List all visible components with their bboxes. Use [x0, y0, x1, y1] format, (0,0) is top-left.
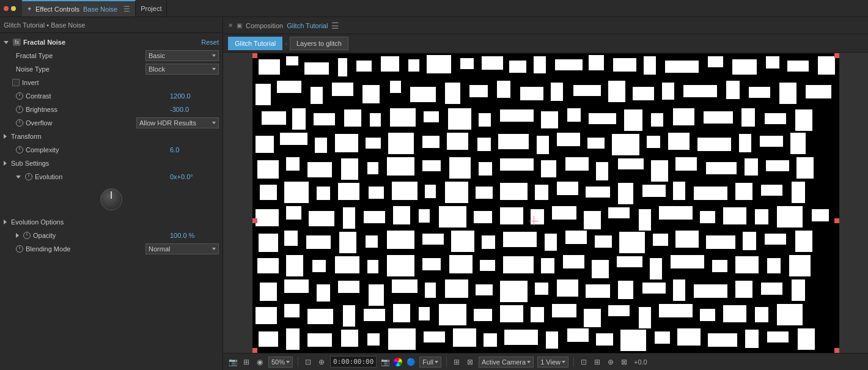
overflow-dropdown[interactable]: Allow HDR Results	[136, 117, 219, 128]
svg-rect-88	[367, 162, 378, 174]
sub-settings-chevron[interactable]	[4, 161, 7, 166]
brightness-stopwatch-icon[interactable]	[16, 106, 23, 113]
breadcrumb: Glitch Tutorial • Base Noise	[4, 21, 85, 29]
overflow-stopwatch-icon[interactable]	[16, 119, 23, 127]
transform-row[interactable]: Transform	[0, 130, 223, 143]
toolbar-sep-2	[446, 357, 447, 367]
comp-close-icon[interactable]: ✕	[228, 23, 233, 28]
svg-rect-151	[422, 234, 444, 245]
svg-rect-213	[474, 309, 492, 321]
minimize-button[interactable]	[11, 6, 16, 11]
svg-rect-87	[341, 158, 358, 180]
tab-glitch-tutorial[interactable]: Glitch Tutorial	[228, 37, 282, 50]
opacity-stopwatch-icon[interactable]	[23, 232, 31, 239]
fractal-type-dropdown[interactable]: Basic	[145, 50, 219, 61]
evolution-options-label: Evolution Options	[11, 218, 64, 226]
render-icon[interactable]: ⊡	[579, 357, 589, 367]
evolution-label: Evolution	[35, 173, 62, 180]
opacity-value[interactable]: 100.0 %	[170, 232, 219, 239]
blending-mode-row: Blending Mode Normal	[0, 242, 223, 256]
svg-rect-188	[338, 281, 359, 293]
timecode-display[interactable]: 0:00:00:00	[330, 356, 377, 368]
complexity-value[interactable]: 6.0	[170, 146, 219, 154]
region-icon[interactable]: ⊠	[465, 357, 475, 367]
svg-rect-198	[618, 281, 633, 299]
output-icon[interactable]: ⊞	[592, 357, 602, 367]
svg-rect-49	[390, 108, 416, 127]
svg-rect-7	[408, 59, 419, 72]
svg-rect-176	[563, 255, 584, 268]
svg-rect-231	[424, 331, 445, 342]
tab-effect-controls[interactable]: ✦ Effect Controls Base Noise ☰	[22, 0, 136, 17]
fit-icon[interactable]: ⊡	[303, 357, 313, 367]
evolution-options-row[interactable]: Evolution Options	[0, 215, 223, 229]
evolution-stopwatch-icon[interactable]	[25, 173, 32, 180]
invert-checkbox[interactable]	[12, 79, 20, 86]
comp-menu-icon[interactable]: ☰	[331, 21, 339, 31]
color-wheel-icon[interactable]	[394, 358, 402, 366]
screen-icon[interactable]: ⊞	[452, 357, 462, 367]
camera-icon[interactable]: 📷	[380, 357, 390, 367]
svg-rect-169	[367, 260, 378, 273]
quality-arrow-icon	[435, 361, 438, 363]
sub-settings-row[interactable]: Sub Settings	[0, 157, 223, 170]
svg-rect-62	[765, 113, 786, 124]
svg-rect-108	[369, 187, 384, 199]
transform-chevron[interactable]	[4, 134, 7, 139]
blending-mode-dropdown[interactable]: Normal	[145, 243, 219, 254]
svg-rect-149	[366, 235, 378, 248]
brightness-value[interactable]: -300.0	[170, 106, 219, 113]
svg-rect-24	[277, 81, 301, 93]
svg-rect-35	[573, 85, 601, 96]
reset-button[interactable]: Reset	[201, 39, 219, 46]
brightness-left: Brightness	[4, 106, 170, 113]
camera-view-dropdown[interactable]: Active Camera	[479, 357, 534, 368]
svg-rect-81	[739, 134, 751, 152]
svg-rect-163	[765, 234, 786, 245]
tab-project[interactable]: Project	[136, 0, 167, 17]
evolution-knob[interactable]	[100, 188, 122, 210]
left-panel-header: Glitch Tutorial • Base Noise	[0, 17, 223, 33]
evolution-options-chevron[interactable]	[4, 220, 7, 224]
evolution-value[interactable]: 0x+0.0°	[170, 173, 219, 180]
svg-rect-237	[596, 333, 613, 346]
comp-icon[interactable]: ⊠	[619, 357, 629, 367]
snapshot-icon[interactable]: 📷	[228, 357, 238, 367]
toggle-icon[interactable]: ⊕	[317, 357, 326, 367]
svg-rect-136	[584, 211, 601, 229]
color-options-icon[interactable]: 🔵	[406, 357, 416, 367]
svg-rect-37	[633, 87, 654, 100]
tab-layers-to-glitch[interactable]: Layers to glitch	[290, 37, 348, 50]
complexity-stopwatch-icon[interactable]	[16, 146, 23, 154]
svg-rect-59	[673, 108, 694, 125]
fractal-noise-chevron[interactable]	[4, 41, 9, 44]
blending-mode-stopwatch-icon[interactable]	[16, 245, 23, 253]
zoom-dropdown[interactable]: 50%	[268, 357, 293, 368]
layer-icon[interactable]: ⊕	[606, 357, 616, 367]
svg-rect-207	[307, 309, 333, 324]
svg-rect-104	[260, 185, 277, 200]
panel-menu-icon[interactable]: ☰	[123, 5, 130, 13]
svg-rect-0	[252, 53, 839, 353]
svg-rect-11	[509, 61, 526, 73]
close-button[interactable]	[4, 6, 9, 11]
evolution-chevron[interactable]	[16, 176, 21, 179]
contrast-value[interactable]: 1200.0	[170, 92, 219, 100]
svg-rect-8	[427, 55, 451, 73]
svg-rect-219	[639, 307, 651, 328]
svg-rect-44	[262, 111, 286, 125]
viewer-icon[interactable]: ◉	[255, 357, 265, 367]
grid-icon[interactable]: ⊞	[241, 357, 251, 367]
svg-rect-142	[755, 209, 768, 224]
svg-rect-29	[410, 87, 436, 102]
opacity-chevron[interactable]	[16, 233, 19, 238]
noise-type-dropdown[interactable]: Block	[145, 64, 219, 75]
svg-rect-36	[608, 81, 625, 102]
contrast-stopwatch-icon[interactable]	[16, 92, 23, 100]
evolution-knob-container	[0, 183, 223, 215]
view-count-dropdown[interactable]: 1 View	[537, 357, 568, 368]
quality-dropdown[interactable]: Full	[419, 357, 441, 368]
overflow-arrow-icon	[212, 122, 216, 124]
svg-rect-233	[484, 333, 497, 347]
svg-rect-25	[311, 87, 323, 104]
